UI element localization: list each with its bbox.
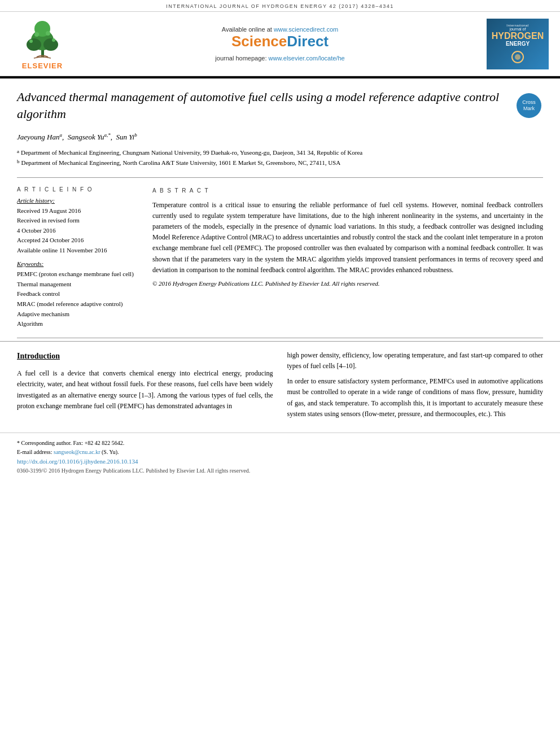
email-label: E-mail address: [17, 449, 52, 455]
article-info-heading: A R T I C L E I N F O [17, 186, 141, 193]
author2-name: Sangseok Yu [68, 133, 104, 142]
affiliation-a: a Department of Mechanical Engineering, … [17, 148, 543, 158]
svg-point-10 [515, 54, 520, 60]
intro-right-para-2: In order to ensure satisfactory system p… [287, 376, 544, 420]
svg-point-5 [34, 32, 39, 37]
article-history-label: Article history: [17, 197, 141, 204]
author3-name: Sun Yi [116, 133, 135, 142]
issn-line: 0360-3199/© 2016 Hydrogen Energy Publica… [17, 466, 543, 475]
author1-super: a [59, 132, 62, 138]
keyword-2: Thermal management [17, 279, 141, 290]
journal-header-bar: International Journal of Hydrogen Energy… [0, 0, 560, 12]
abstract-heading: A B S T R A C T [152, 186, 543, 195]
hydrogen-word: HYDROGEN [492, 31, 544, 41]
journal-title-bar: International Journal of Hydrogen Energy… [166, 3, 394, 9]
author1-name: Jaeyoung Han [17, 133, 59, 142]
keywords-label: Keywords: [17, 260, 141, 267]
authors-section: Jaeyoung Hana, Sangseok Yua,*, Sun Yib [0, 128, 560, 145]
introduction-left: Introduction A fuel cell is a device tha… [17, 350, 273, 424]
keyword-5: Adaptive mechanism [17, 309, 141, 320]
email-author: (S. Yu). [102, 449, 119, 455]
received-date: Received 19 August 2016 [17, 206, 141, 216]
affil-a-super: a [17, 148, 19, 158]
svg-point-7 [29, 40, 33, 43]
section-divider-1 [17, 177, 543, 178]
affiliations-section: a Department of Mechanical Engineering, … [0, 145, 560, 174]
hydrogen-energy-word: ENERGY [506, 41, 530, 47]
affil-b-text: Department of Mechanical Engineering, No… [21, 158, 341, 168]
introduction-heading: Introduction [17, 350, 273, 362]
article-title: Advanced thermal management of automotiv… [17, 89, 515, 122]
email-line: E-mail address: sangseok@cnu.ac.kr (S. Y… [17, 448, 543, 457]
received-revised-label: Received in revised form [17, 216, 141, 225]
section-divider-2 [17, 338, 543, 338]
received-revised-date: 4 October 2016 [17, 226, 141, 235]
intro-para-1: A fuel cell is a device that converts ch… [17, 368, 273, 412]
keyword-6: Algorithm [17, 319, 141, 329]
available-online-date: Available online 11 November 2016 [17, 246, 141, 255]
affil-a-text: Department of Mechanical Engineering, Ch… [21, 148, 362, 158]
svg-point-2 [27, 38, 41, 51]
affiliation-b: b Department of Mechanical Engineering, … [17, 158, 543, 168]
sciencedirect-logo: ScienceDirect [85, 33, 475, 50]
author3-super: b [134, 132, 137, 138]
available-online-text: Available online at www.sciencedirect.co… [85, 26, 475, 33]
fax-number: Fax: +82 42 822 5642. [73, 440, 124, 446]
article-title-section: Advanced thermal management of automotiv… [0, 78, 560, 128]
hydrogen-logo-graphic [506, 47, 529, 64]
accepted-date: Accepted 24 October 2016 [17, 235, 141, 245]
email-link[interactable]: sangseok@cnu.ac.kr [54, 449, 100, 455]
intro-right-para-1: high power density, efficiency, low oper… [287, 350, 544, 372]
svg-point-6 [46, 31, 50, 36]
svg-text:Mark: Mark [523, 106, 535, 111]
copyright-line: © 2016 Hydrogen Energy Publications LLC.… [152, 279, 543, 289]
corresponding-label: * Corresponding author. [17, 440, 72, 446]
svg-point-8 [52, 38, 55, 42]
doi-link[interactable]: http://dx.doi.org/10.1016/j.ijhydene.201… [17, 458, 138, 465]
affil-b-super: b [17, 158, 20, 168]
sciencedirect-banner: Available online at www.sciencedirect.co… [73, 26, 487, 62]
introduction-section: Introduction A fuel cell is a device tha… [0, 341, 560, 433]
introduction-columns: Introduction A fuel cell is a device tha… [17, 350, 543, 424]
footer-section: * Corresponding author. Fax: +82 42 822 … [0, 433, 560, 482]
keyword-1: PEMFC (proton exchange membrane fuel cel… [17, 269, 141, 279]
elsevier-wordmark: ELSEVIER [22, 62, 63, 70]
keyword-3: Feedback control [17, 289, 141, 299]
sciencedirect-url[interactable]: www.sciencedirect.com [274, 26, 338, 33]
elsevier-tree-image [17, 18, 68, 60]
corresponding-note: * Corresponding author. Fax: +82 42 822 … [17, 439, 543, 448]
author2-super: a,* [104, 132, 111, 138]
abstract-text: Temperature control is a critical issue … [152, 200, 543, 276]
abstract-column: A B S T R A C T Temperature control is a… [152, 186, 543, 329]
hydrogen-journal-word: journal of [510, 27, 526, 31]
svg-text:Cross: Cross [522, 99, 536, 105]
elsevier-logo: ELSEVIER [11, 18, 73, 70]
keyword-4: MRAC (model reference adaptive control) [17, 299, 141, 309]
article-info-abstract-section: A R T I C L E I N F O Article history: R… [0, 181, 560, 335]
svg-point-3 [43, 38, 58, 51]
homepage-url[interactable]: www.elsevier.com/locate/he [269, 55, 345, 62]
banner-section: ELSEVIER Available online at www.science… [0, 12, 560, 76]
article-info-column: A R T I C L E I N F O Article history: R… [17, 186, 141, 329]
hydrogen-energy-logo: International journal of HYDROGEN ENERGY [487, 19, 549, 69]
introduction-right: high power density, efficiency, low oper… [287, 350, 544, 424]
homepage-line: journal homepage: www.elsevier.com/locat… [85, 55, 475, 62]
crossmark-badge: Cross Mark [515, 91, 543, 120]
